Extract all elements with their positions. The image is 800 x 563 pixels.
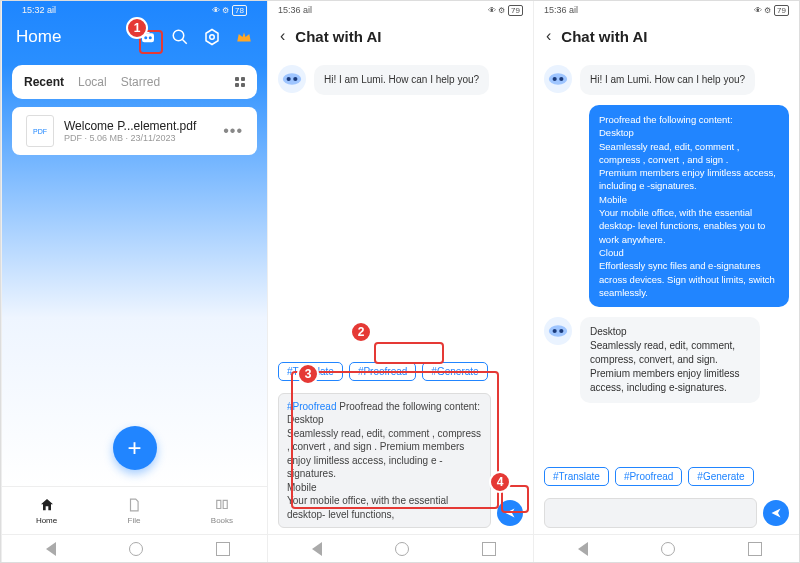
settings-icon[interactable] xyxy=(203,28,221,46)
status-time: 15:36 xyxy=(278,5,301,15)
page-title: Home xyxy=(16,27,61,47)
nav-recent-icon[interactable] xyxy=(216,542,230,556)
svg-point-13 xyxy=(559,77,563,81)
books-icon xyxy=(213,496,231,514)
status-signal: ail xyxy=(569,5,578,15)
input-tag: #Proofread xyxy=(287,401,336,412)
nav-recent-icon[interactable] xyxy=(482,542,496,556)
annotation-3: 3 xyxy=(297,363,319,385)
svg-marker-6 xyxy=(206,30,218,45)
chat-input[interactable] xyxy=(544,498,757,528)
svg-point-14 xyxy=(549,325,567,337)
ai-avatar-icon xyxy=(544,317,572,345)
chat-title: Chat with AI xyxy=(561,28,647,45)
annotation-2: 2 xyxy=(350,321,372,343)
ai-reply-row: Desktop Seamlessly read, edit, comment, … xyxy=(544,317,789,403)
svg-point-16 xyxy=(559,329,563,333)
chat-header: ‹ Chat with AI xyxy=(268,19,533,57)
user-bubble: Proofread the following content: Desktop… xyxy=(589,105,789,307)
svg-point-12 xyxy=(553,77,557,81)
svg-point-10 xyxy=(293,77,297,81)
nav-recent-icon[interactable] xyxy=(748,542,762,556)
input-area xyxy=(534,492,799,534)
svg-line-5 xyxy=(182,39,187,44)
user-message-row: Proofread the following content: Desktop… xyxy=(544,105,789,307)
add-button[interactable]: + xyxy=(113,426,157,470)
tabs-card: Recent Local Starred xyxy=(12,65,257,99)
dock-file-label: File xyxy=(128,516,141,525)
ai-greeting-bubble: Hi! I am Lumi. How can I help you? xyxy=(580,65,755,95)
home-icon xyxy=(38,496,56,514)
nav-back-icon[interactable] xyxy=(305,542,322,556)
status-time: 15:36 xyxy=(544,5,567,15)
svg-point-2 xyxy=(149,36,152,39)
nav-bar xyxy=(2,534,267,562)
status-signal: ail xyxy=(47,5,56,15)
status-bar: 15:36 ail 👁 ⚙ 79 xyxy=(534,1,799,19)
nav-back-icon[interactable] xyxy=(39,542,56,556)
dock-home-label: Home xyxy=(36,516,57,525)
search-icon[interactable] xyxy=(171,28,189,46)
svg-point-8 xyxy=(283,73,301,85)
ai-reply-bubble: Desktop Seamlessly read, edit, comment, … xyxy=(580,317,760,403)
svg-point-4 xyxy=(173,30,184,41)
status-bar: 15:36 ail 👁 ⚙ 79 xyxy=(268,1,533,19)
annotation-4: 4 xyxy=(489,471,511,493)
status-right: 👁 ⚙ 79 xyxy=(754,5,789,16)
status-battery: 79 xyxy=(508,5,523,16)
file-name: Welcome P...element.pdf xyxy=(64,119,223,133)
status-right: 👁 ⚙ 79 xyxy=(488,5,523,16)
file-icon xyxy=(125,496,143,514)
dock: Home File Books xyxy=(2,486,267,534)
panel-home: 15:32 ail 👁 ⚙ 78 Home xyxy=(1,1,267,562)
svg-point-9 xyxy=(287,77,291,81)
panel-chat-reply: 15:36 ail 👁 ⚙ 79 ‹ Chat with AI Hi! I am… xyxy=(533,1,799,562)
dock-file[interactable]: File xyxy=(125,496,143,525)
crown-icon[interactable] xyxy=(235,28,253,46)
svg-point-11 xyxy=(549,73,567,85)
file-more-icon[interactable]: ••• xyxy=(223,122,243,140)
ai-avatar-icon xyxy=(278,65,306,93)
file-row[interactable]: PDF Welcome P...element.pdf PDF · 5.06 M… xyxy=(12,107,257,155)
chat-header: ‹ Chat with AI xyxy=(534,19,799,57)
pdf-icon: PDF xyxy=(26,115,54,147)
status-time: 15:32 xyxy=(22,5,45,15)
send-button[interactable] xyxy=(497,500,523,526)
nav-home-icon[interactable] xyxy=(395,542,409,556)
status-battery: 79 xyxy=(774,5,789,16)
tab-local[interactable]: Local xyxy=(78,75,107,89)
svg-point-15 xyxy=(553,329,557,333)
svg-point-1 xyxy=(144,36,147,39)
chat-input[interactable]: #Proofread Proofread the following conte… xyxy=(278,393,491,529)
nav-bar xyxy=(534,534,799,562)
chat-title: Chat with AI xyxy=(295,28,381,45)
chip-proofread[interactable]: #Proofread xyxy=(615,467,682,486)
nav-home-icon[interactable] xyxy=(661,542,675,556)
input-text: Proofread the following content: Desktop… xyxy=(287,401,484,520)
dock-books[interactable]: Books xyxy=(211,496,233,525)
chip-translate[interactable]: #Translate xyxy=(544,467,609,486)
file-meta: PDF · 5.06 MB · 23/11/2023 xyxy=(64,133,223,143)
back-icon[interactable]: ‹ xyxy=(280,27,285,45)
tab-recent[interactable]: Recent xyxy=(24,75,64,89)
status-right: 👁 ⚙ 78 xyxy=(212,5,247,16)
send-button[interactable] xyxy=(763,500,789,526)
ai-message-row: Hi! I am Lumi. How can I help you? xyxy=(278,65,523,95)
status-battery: 78 xyxy=(232,5,247,16)
ai-avatar-icon xyxy=(544,65,572,93)
chip-generate[interactable]: #Generate xyxy=(422,362,487,381)
nav-home-icon[interactable] xyxy=(129,542,143,556)
chip-proofread[interactable]: #Proofread xyxy=(349,362,416,381)
dock-home[interactable]: Home xyxy=(36,496,57,525)
svg-point-7 xyxy=(210,35,215,40)
nav-back-icon[interactable] xyxy=(571,542,588,556)
nav-bar xyxy=(268,534,533,562)
input-area: #Proofread Proofread the following conte… xyxy=(268,387,533,535)
chip-generate[interactable]: #Generate xyxy=(688,467,753,486)
grid-view-icon[interactable] xyxy=(235,77,245,87)
status-signal: ail xyxy=(303,5,312,15)
dock-books-label: Books xyxy=(211,516,233,525)
suggestion-chips: #Translate #Proofread #Generate xyxy=(534,463,799,492)
tab-starred[interactable]: Starred xyxy=(121,75,160,89)
back-icon[interactable]: ‹ xyxy=(546,27,551,45)
